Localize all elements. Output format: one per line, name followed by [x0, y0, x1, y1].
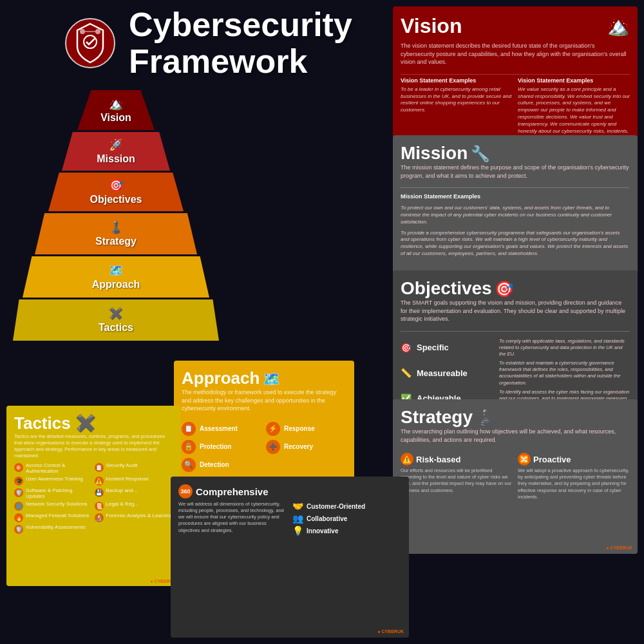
strategy-card-header: Strategy ♟️: [401, 407, 630, 428]
assessment-label: Assessment: [200, 425, 238, 432]
pyramid: 🏔️ Vision 🚀 Mission 🎯 Objectives ♟️ Stra…: [13, 90, 219, 343]
tactic-label-9: Managed Firewall Solutions: [26, 513, 89, 518]
tactic-user-training: 🎓 User Awareness Training: [14, 476, 93, 486]
pyramid-level-vision: 🏔️ Vision: [13, 90, 219, 130]
tactic-access-control: ⊕ Access Control & Authentication: [14, 462, 93, 474]
tactic-label-8: Legal & Reg...: [106, 501, 139, 507]
customer-label: Customer-Oriented: [307, 503, 365, 510]
specific-text: To comply with applicable laws, regulati…: [499, 338, 630, 357]
recovery-icon: ➕: [266, 440, 280, 454]
objectives-card-description: The SMART goals supporting the vision an…: [401, 299, 630, 323]
tactics-pyramid-icon: ✖️: [109, 307, 123, 321]
obj-specific: 🎯 Specific To comply with applicable law…: [401, 338, 630, 357]
objectives-card-title: Objectives: [401, 278, 492, 298]
strategy-risk: ⚠️ Risk-based Our efforts and resources …: [401, 453, 513, 500]
strategy-bottom-grid: 360 Comprehensive We will address all di…: [178, 484, 401, 536]
tactics-card: Tactics ✖️ Tactics are the detailed meas…: [6, 406, 180, 586]
strategy-card-description: The overarching plan outlining how objec…: [401, 428, 630, 444]
approach-item-detection: 🔍 Detection: [182, 458, 262, 472]
strategy-badges-col: 🤝 Customer-Oriented 👥 Collaborative 💡 In…: [292, 484, 401, 536]
tactic-icon-10: 🔬: [95, 513, 104, 522]
strategy-card-icon: ♟️: [476, 409, 495, 426]
tactic-label-2: Security Audit: [106, 462, 138, 468]
tactic-forensic: 🔬 Forensic Analysis & Learning: [95, 513, 173, 522]
badge-collaborative: 👥 Collaborative: [292, 513, 401, 524]
tactic-label-1: Access Control & Authentication: [26, 462, 93, 474]
approach-pyramid-icon: 🗺️: [109, 263, 123, 278]
recovery-label: Recovery: [284, 443, 313, 450]
measureable-label: Measureable: [417, 368, 494, 378]
approach-item-protection: 🔒 Protection: [182, 440, 262, 454]
approach-pyramid-label: Approach: [92, 279, 140, 290]
collaborative-icon: 👥: [292, 513, 303, 524]
tactic-legal: 📜 Legal & Reg...: [95, 501, 173, 511]
strategy-sub-grid: ⚠️ Risk-based Our efforts and resources …: [401, 453, 630, 500]
tactic-vulnerability: 🛡️ Vulnerability Assessments: [14, 524, 93, 534]
tactic-label-10: Forensic Analysis & Learning: [106, 513, 173, 518]
tactic-icon-11: 🛡️: [14, 525, 23, 534]
vision-card-header: Vision 🏔️: [401, 14, 630, 38]
protection-icon: 🔒: [182, 440, 196, 454]
collaborative-label: Collaborative: [307, 515, 347, 522]
strategy-comprehensive: 360 Comprehensive We will address all di…: [178, 484, 287, 536]
measureable-icon: 📏: [401, 368, 412, 378]
response-label: Response: [284, 425, 315, 432]
customer-icon: 🤝: [292, 501, 303, 511]
tactics-items-grid: ⊕ Access Control & Authentication 📋 Secu…: [14, 462, 173, 534]
tactic-label-3: User Awareness Training: [26, 476, 83, 482]
innovative-label: Innovative: [307, 527, 338, 535]
tactic-label-5: Software & Patching Updates: [26, 488, 93, 499]
shield-logo-icon: [64, 17, 116, 69]
tactic-label-11: Vulnerability Assessments: [26, 524, 86, 530]
approach-card-description: The methodology or framework used to exe…: [182, 388, 346, 413]
vision-card-icon: 🏔️: [607, 15, 630, 37]
tactics-pyramid-label: Tactics: [99, 322, 133, 334]
approach-item-assessment: 📋 Assessment: [182, 422, 262, 436]
tactic-icon-4: ⚠️: [95, 477, 104, 486]
risk-title: Risk-based: [416, 455, 460, 464]
mission-card-icon: 🔧: [471, 145, 490, 162]
objectives-card-icon: 🎯: [495, 280, 514, 298]
tactic-icon-1: ⊕: [14, 463, 23, 472]
mission-examples-label: Mission Statement Examples: [401, 193, 630, 200]
approach-card-icon: 🗺️: [263, 371, 280, 387]
mission-card-description: The mission statement defines the purpos…: [401, 164, 630, 180]
approach-item-recovery: ➕ Recovery: [266, 440, 346, 454]
vision-col1-text: To be a leader in cybersecurity among re…: [401, 86, 513, 114]
mission-pyramid-label: Mission: [97, 153, 135, 165]
risk-text: Our efforts and resources will be priori…: [401, 468, 513, 494]
strategy-bottom-logo: ● CYBERUK: [377, 629, 404, 634]
tactic-incident: ⚠️ Incident Response: [95, 476, 173, 486]
pyramid-level-approach: 🗺️ Approach: [13, 256, 219, 298]
protection-label: Protection: [200, 443, 231, 450]
specific-icon: 🎯: [401, 343, 412, 353]
tactic-label-4: Incident Response: [106, 476, 149, 482]
proactive-title: Proactive: [533, 455, 571, 464]
strategy-proactive: 🔀 Proactive We will adopt a proactive ap…: [518, 453, 630, 500]
vision-card-description: The vision statement describes the desir…: [401, 42, 630, 66]
vision-col2-label: Vision Statement Examples: [518, 77, 630, 84]
pyramid-level-mission: 🚀 Mission: [13, 132, 219, 171]
proactive-text: We will adopt a proactive approach to cy…: [518, 468, 630, 500]
title-line1: Cybersecurity: [129, 6, 352, 43]
strategy-badges: 🤝 Customer-Oriented 👥 Collaborative 💡 In…: [292, 501, 401, 536]
obj-measureable: 📏 Measureable To establish and maintain …: [401, 360, 630, 386]
tactics-card-title: Tactics ✖️: [14, 413, 96, 433]
tactic-label-7: Network Security Solutions: [26, 501, 88, 507]
mission-divider: [401, 187, 630, 188]
svg-point-3: [95, 29, 100, 34]
objectives-pyramid-icon: 🎯: [109, 178, 123, 193]
strategy-logo: ● CYBERUK: [606, 545, 632, 550]
proactive-icon: 🔀: [518, 453, 531, 466]
tactic-icon-8: 📜: [95, 502, 104, 511]
vision-card-title: Vision: [401, 14, 462, 38]
assessment-icon: 📋: [182, 422, 196, 436]
strategy-pyramid-icon: ♟️: [109, 220, 123, 234]
approach-item-response: ⚡ Response: [266, 422, 346, 436]
tactic-label-6: Backup and...: [106, 488, 138, 493]
tactic-icon-9: 🔥: [14, 513, 23, 522]
tactic-firewall: 🔥 Managed Firewall Solutions: [14, 513, 93, 522]
svg-point-2: [80, 29, 85, 34]
specific-label: Specific: [417, 343, 494, 352]
response-icon: ⚡: [266, 422, 280, 436]
